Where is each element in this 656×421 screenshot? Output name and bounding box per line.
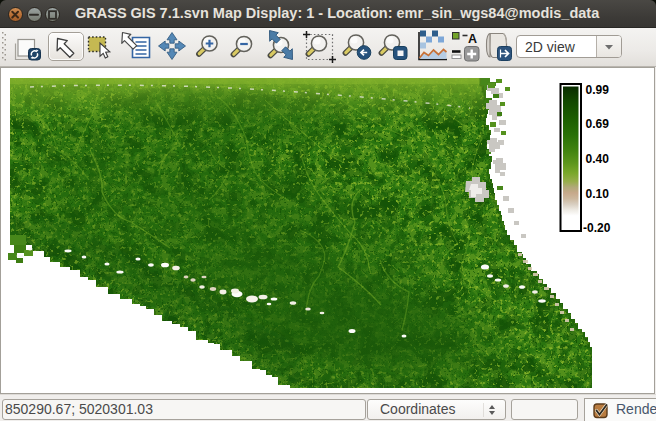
svg-text:0.40: 0.40	[586, 152, 610, 166]
svg-text:0.99: 0.99	[586, 83, 610, 97]
svg-text:A: A	[468, 32, 477, 46]
svg-text:0.69: 0.69	[586, 117, 610, 131]
svg-text:0.10: 0.10	[586, 187, 610, 201]
svg-text:-0.20: -0.20	[583, 221, 611, 235]
